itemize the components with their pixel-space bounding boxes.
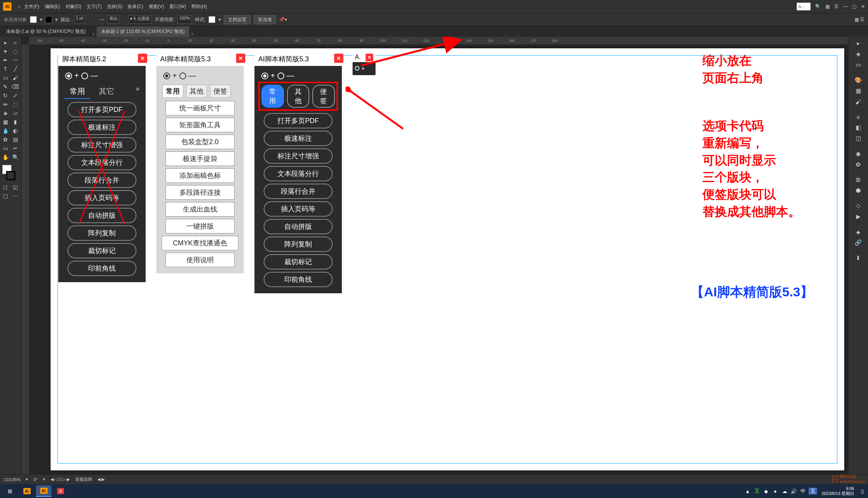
panel52-btn-4[interactable]: 段落行合并 xyxy=(67,173,136,188)
close-icon[interactable]: ✕ xyxy=(861,4,865,9)
selection-tool[interactable]: ▸ xyxy=(1,38,10,47)
panel53l-btn-9[interactable]: 使用说明 xyxy=(166,253,235,267)
width-tool[interactable]: ⇔ xyxy=(1,100,10,108)
prefs-button[interactable]: 首选项 xyxy=(254,15,276,24)
panel52-tab-other[interactable]: 其它 xyxy=(94,85,120,99)
taskbar-ai-icon[interactable]: Ai xyxy=(19,485,34,497)
menu-object[interactable]: 对象(O) xyxy=(66,3,81,10)
menu-window[interactable]: 窗口(W) xyxy=(169,3,186,10)
panel53d-btn-4[interactable]: 段落行合并 xyxy=(264,184,333,199)
panel53l-btn-4[interactable]: 添加画稿色标 xyxy=(166,168,235,183)
slice-tool[interactable]: ✂ xyxy=(11,144,20,153)
panel53d-btn-1[interactable]: 极速标注 xyxy=(264,131,333,146)
tray-ime-icon[interactable]: 中 xyxy=(799,488,806,495)
radio-checked-icon[interactable] xyxy=(261,72,268,79)
mesh-tool[interactable]: ▦ xyxy=(1,118,10,126)
tray-icon-1[interactable]: ▲ xyxy=(744,488,751,495)
tray-icon-4[interactable]: ☁ xyxy=(781,488,788,495)
panel52-btn-7[interactable]: 阵列复制 xyxy=(67,225,136,241)
panel52-tab-common[interactable]: 常用 xyxy=(64,85,90,99)
uniform-select[interactable]: 等比 xyxy=(107,15,120,24)
panel53l-close-button[interactable]: ✕ xyxy=(236,54,245,63)
panel53d-btn-8[interactable]: 裁切标记 xyxy=(264,254,333,270)
start-button[interactable]: ⊞ xyxy=(2,485,18,497)
artboard-nav[interactable]: ◀ ◁ 1 ▷ ▶ xyxy=(51,477,70,482)
panel52-close-button[interactable]: ✕ xyxy=(138,54,147,63)
graphic-styles-panel-icon[interactable]: ✿ xyxy=(853,159,864,169)
stroke-panel-icon[interactable]: ≡ xyxy=(853,112,864,122)
shaper-tool[interactable]: ✎ xyxy=(1,82,10,91)
line-tool[interactable]: ╱ xyxy=(11,65,20,73)
panel53d-tab-common[interactable]: 常用 xyxy=(261,85,284,108)
gradient-tool[interactable]: ▮ xyxy=(11,118,20,126)
magic-wand-tool[interactable]: ✦ xyxy=(1,47,10,56)
brushes-panel-icon[interactable]: 🖌 xyxy=(853,97,864,107)
panel52-btn-2[interactable]: 标注尺寸增强 xyxy=(67,137,136,153)
zoom-level[interactable]: 110.65% xyxy=(4,477,20,482)
fill-swatch[interactable] xyxy=(30,16,37,23)
panel52-btn-1[interactable]: 极速标注 xyxy=(67,120,136,135)
panel52-btn-9[interactable]: 印前角线 xyxy=(67,261,136,276)
hand-tool[interactable]: ✋ xyxy=(1,153,10,161)
tray-ime-box-icon[interactable]: 五 xyxy=(809,488,817,495)
panel53l-tab-common[interactable]: 常用 xyxy=(162,85,183,98)
tray-icon-2[interactable]: ◆ xyxy=(763,488,770,495)
edit-toolbar[interactable]: ⋯ xyxy=(11,192,20,200)
symbol-sprayer-tool[interactable]: ✿ xyxy=(1,135,10,144)
opacity-input[interactable]: 100% xyxy=(177,15,192,24)
panel53d-tab-note[interactable]: 便签 xyxy=(312,85,335,108)
perspective-tool[interactable]: ▱ xyxy=(11,109,20,117)
pen-tool[interactable]: ✒ xyxy=(1,56,10,64)
panel53l-btn-1[interactable]: 矩形圆角工具 xyxy=(166,118,235,132)
minimize-icon[interactable]: — xyxy=(843,4,848,9)
appearance-panel-icon[interactable]: ◉ xyxy=(853,149,864,159)
transparency-panel-icon[interactable]: ◫ xyxy=(853,133,864,143)
brush-tool[interactable]: 🖌 xyxy=(11,74,20,82)
draw-mode-normal[interactable]: ◻ xyxy=(1,183,10,191)
panel53l-btn-8[interactable]: CMYK查找潘通色 xyxy=(162,236,238,250)
panel52-btn-6[interactable]: 自动拼版 xyxy=(67,208,136,223)
panel53d-btn-2[interactable]: 标注尺寸增强 xyxy=(264,148,333,164)
layers-panel-icon[interactable]: ◈ xyxy=(853,49,864,59)
direct-selection-tool[interactable]: ▹ xyxy=(11,38,20,47)
taskbar-clock[interactable]: 9:06 2023/8/13 星期日 xyxy=(819,486,857,496)
eyedropper-tool[interactable]: 💧 xyxy=(1,127,10,135)
rotate-tool[interactable]: ↻ xyxy=(1,91,10,100)
radio-icon[interactable] xyxy=(179,72,186,79)
draw-mode-behind[interactable]: ◱ xyxy=(11,183,20,191)
zoom-tool[interactable]: 🔍 xyxy=(11,153,20,161)
radio-checked-icon[interactable] xyxy=(163,72,170,79)
panel53d-btn-9[interactable]: 印前角线 xyxy=(264,272,333,287)
show-desktop-button[interactable]: ▯ xyxy=(859,488,866,495)
pathfinder-panel-icon[interactable]: ⬢ xyxy=(853,186,864,196)
panel52-btn-8[interactable]: 裁切标记 xyxy=(67,243,136,258)
menu-type[interactable]: 文字(T) xyxy=(87,3,102,10)
menu-edit[interactable]: 编辑(E) xyxy=(45,3,60,10)
home-icon[interactable]: ⌂ xyxy=(18,4,20,9)
taskbar-app-icon[interactable]: S xyxy=(53,485,68,497)
panel53l-btn-3[interactable]: 极速手提袋 xyxy=(166,151,235,166)
panel-dock-icon[interactable]: ▦ ☰ xyxy=(855,17,864,22)
canvas[interactable]: -60-50-40-30-20-100102030405060708090100… xyxy=(21,37,848,474)
stroke-swatch[interactable] xyxy=(45,16,52,23)
radio-icon[interactable] xyxy=(277,72,284,79)
panel53d-btn-0[interactable]: 打开多页PDF xyxy=(264,113,333,128)
maximize-icon[interactable]: ▢ xyxy=(852,4,857,9)
menu-effect[interactable]: 效果(C) xyxy=(128,3,143,10)
radio-icon[interactable] xyxy=(81,72,88,79)
panel52-btn-0[interactable]: 打开多页PDF xyxy=(67,102,136,117)
menu-file[interactable]: 文件(F) xyxy=(24,3,39,10)
pin-icon[interactable]: 📌▾ xyxy=(279,17,287,22)
panel53l-tab-other[interactable]: 其他 xyxy=(186,85,207,98)
style-swatch[interactable] xyxy=(208,16,215,23)
taskbar-ai-active-icon[interactable]: Ai xyxy=(36,485,51,497)
screen-mode[interactable]: ▢ xyxy=(1,192,10,200)
mini-close-button[interactable]: ✕ xyxy=(366,54,373,61)
artboard-tool[interactable]: ▭ xyxy=(1,144,10,153)
actions-panel-icon[interactable]: ▶ xyxy=(853,212,864,222)
libraries-panel-icon[interactable]: ▭ xyxy=(853,60,864,70)
properties-panel-icon[interactable]: ▸ xyxy=(853,38,864,48)
search-input-top[interactable]: A... xyxy=(797,3,811,10)
workspace-icon[interactable]: ☰ xyxy=(834,4,838,9)
panel52-btn-5[interactable]: 插入页码等 xyxy=(67,190,136,205)
